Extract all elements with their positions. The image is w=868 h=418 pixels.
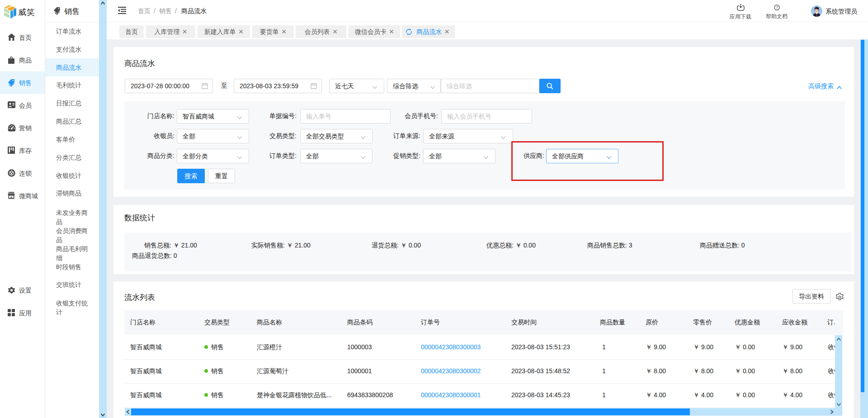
- svg-text:?: ?: [776, 5, 778, 10]
